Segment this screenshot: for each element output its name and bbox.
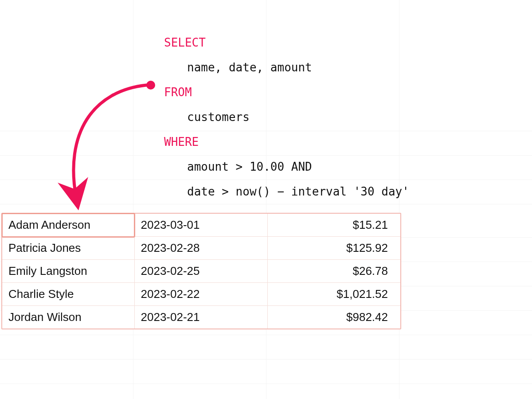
- cell-date: 2023-02-25: [134, 260, 267, 283]
- where-clause-2: date > now() − interval '30 day': [164, 179, 409, 204]
- cell-name: Adam Anderson: [2, 214, 134, 237]
- from-table: customers: [164, 105, 409, 129]
- keyword-where: WHERE: [164, 135, 199, 149]
- results-table: Adam Anderson 2023-03-01 $15.21 Patricia…: [1, 213, 401, 329]
- flow-arrow-icon: [62, 75, 168, 217]
- cell-amount: $125.92: [267, 237, 400, 260]
- cell-amount: $15.21: [267, 214, 400, 237]
- table-row: Emily Langston 2023-02-25 $26.78: [2, 260, 400, 283]
- sql-query: SELECT name, date, amount FROM customers…: [164, 30, 409, 204]
- cell-date: 2023-02-28: [134, 237, 267, 260]
- keyword-select: SELECT: [164, 36, 206, 49]
- table-row: Adam Anderson 2023-03-01 $15.21: [2, 214, 400, 237]
- cell-date: 2023-03-01: [134, 214, 267, 237]
- cell-date: 2023-02-21: [134, 306, 267, 329]
- table-row: Jordan Wilson 2023-02-21 $982.42: [2, 306, 400, 329]
- cell-name: Jordan Wilson: [2, 306, 134, 329]
- cell-name: Emily Langston: [2, 260, 134, 283]
- cell-name: Charlie Style: [2, 283, 134, 306]
- table-row: Patricia Jones 2023-02-28 $125.92: [2, 237, 400, 260]
- cell-name: Patricia Jones: [2, 237, 134, 260]
- cell-amount: $1,021.52: [267, 283, 400, 306]
- select-columns: name, date, amount: [164, 55, 409, 80]
- cell-amount: $26.78: [267, 260, 400, 283]
- where-clause-1: amount > 10.00 AND: [164, 154, 409, 179]
- cell-amount: $982.42: [267, 306, 400, 329]
- cell-date: 2023-02-22: [134, 283, 267, 306]
- table-row: Charlie Style 2023-02-22 $1,021.52: [2, 283, 400, 306]
